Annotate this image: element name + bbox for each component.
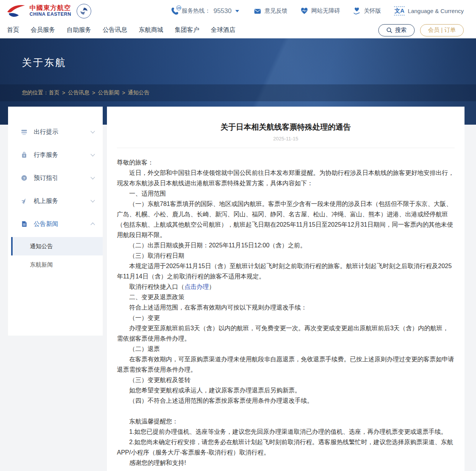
breadcrumb-separator: > xyxy=(122,90,125,96)
breadcrumb-home[interactable]: 首页 xyxy=(49,89,59,96)
sidebar-item-travel-tips[interactable]: 出行提示 xyxy=(8,120,103,143)
baggage-icon xyxy=(20,151,28,159)
breadcrumb-label: 您的位置： xyxy=(22,89,49,96)
breadcrumb-announcements[interactable]: 公告讯息 xyxy=(68,89,89,96)
paragraph: 符合上述适用范围，在客票有效期内可按以下规则办理退改手续： xyxy=(117,302,455,313)
cancel-entry-paragraph: 取消行程快捷入口（点击办理） xyxy=(117,282,455,292)
nav-item-self-services[interactable]: 自助服务 xyxy=(67,26,91,34)
skyteam-logo-icon xyxy=(77,4,91,18)
section-heading: 一、适用范围 xyxy=(117,188,455,199)
accessibility-link[interactable]: 网站无障碍 xyxy=(300,7,340,15)
paragraph: 在客票有效期内，可至原购票渠道办理未使用航段非自愿退票，免收退票手续费。已按上述… xyxy=(117,354,455,375)
paragraph: （二）退票 xyxy=(117,344,455,354)
member-orders-button[interactable]: 会员 | 订单 xyxy=(420,24,464,36)
paragraph: 办理变更至原航班前后3天（含）以内的航班，可免费变更一次。再次变更或变更超出原航… xyxy=(117,323,455,344)
sidebar-item-booking-guide[interactable]: ? 预订指引 xyxy=(8,166,103,189)
article-panel: 关于日本相关航线客票特殊处理的通告 2025-11-15 尊敬的旅客： 近日，外… xyxy=(107,107,465,471)
service-hotline[interactable]: 24 服务热线： 95530 xyxy=(170,7,239,15)
sidebar-item-baggage-services[interactable]: 行李服务 xyxy=(8,143,103,166)
sidebar-subitem-ce-news[interactable]: 东航新闻 xyxy=(8,255,103,274)
paragraph: 1.如您已提前办理值机、选座等业务，建议您先回原办理渠道取消已办理的值机、选座，… xyxy=(117,427,455,437)
sidebar-submenu: 通知公告 东航新闻 xyxy=(8,237,103,274)
hotline-number: 95530 xyxy=(213,7,231,15)
section-heading: 二、变更及退票政策 xyxy=(117,292,455,302)
paragraph: 感谢您的理解和支持! xyxy=(117,458,455,468)
care-version-link[interactable]: 关怀版 xyxy=(353,7,381,15)
feedback-envelope-icon xyxy=(254,7,261,15)
sidebar-item-news[interactable]: 公告新闻 xyxy=(8,212,103,236)
breadcrumb-news[interactable]: 公告新闻 xyxy=(98,89,119,96)
breadcrumb: 您的位置： 首页 > 公告讯息 > 公告新闻 > 通知公告 xyxy=(0,84,476,101)
paragraph: 本规定适用于2025年11月15日（含）至航班计划起飞时刻之前取消行程的旅客。航… xyxy=(117,261,455,282)
question-circle-icon: ? xyxy=(20,174,28,182)
breadcrumb-separator: > xyxy=(62,90,65,96)
salutation: 尊敬的旅客： xyxy=(117,157,455,168)
article-title: 关于日本相关航线客票特殊处理的通告 xyxy=(117,122,455,132)
hand-heart-icon xyxy=(353,7,361,15)
search-button[interactable]: 搜索 xyxy=(378,24,415,36)
airplane-icon xyxy=(20,197,28,205)
nav-item-member-services[interactable]: 会员服务 xyxy=(31,26,55,34)
paragraph: 近日，外交部和中国驻日本使领馆就中国公民前往日本发布郑重提醒。为协助行程涉及日本… xyxy=(117,168,455,188)
reminder-heading: 东航温馨提醒您： xyxy=(117,416,455,427)
hotline-label: 服务热线： xyxy=(182,7,210,15)
chevron-up-icon xyxy=(90,222,95,227)
brand-logo[interactable]: 中國東方航空 CHINA EASTERN xyxy=(6,3,91,19)
page-title: 关于东航 xyxy=(22,56,66,69)
breadcrumb-separator: > xyxy=(92,90,95,96)
travel-tips-icon xyxy=(20,128,28,136)
nav-item-global-hotels[interactable]: 全球酒店 xyxy=(211,26,235,34)
sidebar-item-inflight-services[interactable]: 机上服务 xyxy=(8,189,103,212)
cancel-trip-link[interactable]: 点击办理 xyxy=(184,283,209,290)
breadcrumb-notices[interactable]: 通知公告 xyxy=(128,89,149,96)
paragraph: （三）取消行程日期 xyxy=(117,250,455,261)
paragraph: （一）东航781客票填开的国际、地区或国内航班。客票中至少含有一段未使用的涉及日… xyxy=(117,199,455,240)
nav-item-group-customers[interactable]: 集团客户 xyxy=(175,26,199,34)
title-divider xyxy=(117,148,455,148)
phone-24-icon: 24 xyxy=(170,7,179,15)
sidebar-subitem-notices[interactable]: 通知公告 xyxy=(11,237,103,255)
article-body: 尊敬的旅客： 近日，外交部和中国驻日本使领馆就中国公民前往日本发布郑重提醒。为协… xyxy=(117,157,455,468)
paragraph: （一）变更 xyxy=(117,313,455,323)
chevron-down-icon xyxy=(90,152,95,156)
chevron-down-icon xyxy=(90,175,95,179)
topbar: 中國東方航空 CHINA EASTERN 24 服务热线： 95530 xyxy=(0,0,476,22)
paragraph: （二）出票日期或换开日期：2025年11月15日12:00（含）之前。 xyxy=(117,240,455,250)
brand-name-cn: 中國東方航空 xyxy=(30,5,71,12)
caret-down-icon xyxy=(235,10,239,12)
news-document-icon xyxy=(20,220,28,228)
paragraph: （四）不符合上述适用范围的客票按原客票使用条件办理退改手续。 xyxy=(117,395,455,406)
language-icon: 文A xyxy=(394,7,405,15)
accessibility-heart-icon xyxy=(300,7,308,15)
nav-item-announcements[interactable]: 公告讯息 xyxy=(103,26,127,34)
brand-name-en: CHINA EASTERN xyxy=(30,12,71,17)
chevron-down-icon xyxy=(90,198,95,202)
article-date: 2025-11-15 xyxy=(117,136,455,142)
search-icon xyxy=(386,27,392,33)
chevron-down-icon xyxy=(90,129,95,133)
paragraph: （三）变更航程及签转 xyxy=(117,375,455,385)
nav-item-home[interactable]: 首页 xyxy=(7,26,19,34)
paragraph: 如您希望变更航程或承运人，建议原客票办理退票后另购新票。 xyxy=(117,385,455,395)
sidebar: 出行提示 行李服务 ? 预订指引 机上服务 xyxy=(8,107,103,336)
search-label: 搜索 xyxy=(395,26,407,34)
nav-item-mall[interactable]: 东航商城 xyxy=(139,26,163,34)
language-currency-link[interactable]: 文A Language & Currency xyxy=(394,7,464,15)
feedback-link[interactable]: 意见反馈 xyxy=(254,7,287,15)
paragraph: 2.如您尚未确定行程安排，请您务必在航班计划起飞时刻前取消行程。遇客服热线繁忙时… xyxy=(117,437,455,458)
svg-text:?: ? xyxy=(23,176,25,180)
main-nav: 首页 会员服务 自助服务 公告讯息 东航商城 集团客户 全球酒店 搜索 会员 |… xyxy=(0,22,476,38)
airline-bird-icon xyxy=(6,3,26,19)
